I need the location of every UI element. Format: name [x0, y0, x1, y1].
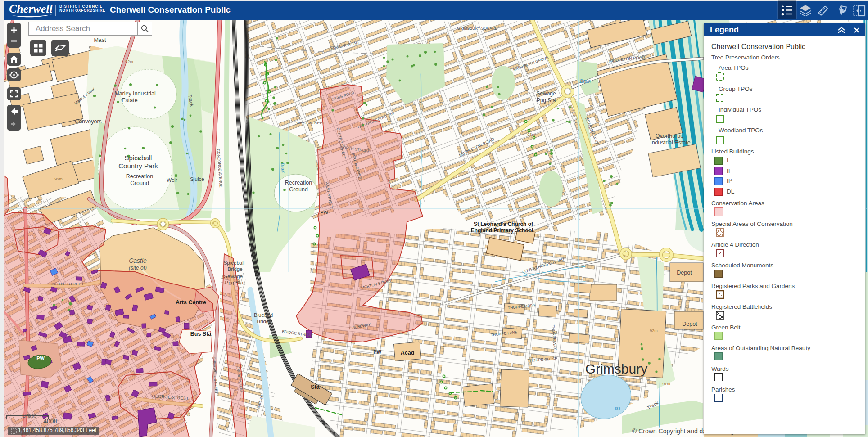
- svg-text:Bridge: Bridge: [257, 319, 271, 324]
- svg-text:Sewage: Sewage: [536, 90, 556, 97]
- svg-text:Weir: Weir: [167, 177, 177, 183]
- svg-text:Mast: Mast: [94, 37, 106, 43]
- svg-text:Depot: Depot: [682, 321, 697, 327]
- svg-text:Marley Industrial: Marley Industrial: [114, 90, 156, 97]
- svg-text:Depot: Depot: [677, 270, 692, 276]
- svg-text:Spiceball: Spiceball: [224, 260, 245, 266]
- svg-text:92m: 92m: [54, 177, 63, 181]
- svg-text:Industrial Estate: Industrial Estate: [650, 140, 691, 146]
- svg-text:Sta: Sta: [311, 384, 320, 390]
- svg-text:GRIMSBURY SQUARE: GRIMSBURY SQUARE: [457, 26, 497, 31]
- svg-text:Conveyors: Conveyors: [75, 118, 102, 125]
- svg-text:England Primary School: England Primary School: [471, 227, 533, 234]
- svg-text:92m: 92m: [125, 59, 133, 64]
- svg-text:Castle: Castle: [129, 257, 147, 264]
- svg-text:Recreation: Recreation: [126, 173, 153, 180]
- svg-text:St Leonard's Church of: St Leonard's Church of: [474, 221, 533, 227]
- svg-text:Ground: Ground: [130, 180, 149, 186]
- svg-text:92m: 92m: [650, 329, 658, 333]
- svg-text:Sluice: Sluice: [190, 176, 204, 182]
- svg-text:Sewage: Sewage: [224, 274, 243, 279]
- svg-text:Spiceball: Spiceball: [125, 154, 152, 162]
- svg-text:Overthorpe: Overthorpe: [656, 133, 684, 139]
- svg-text:Bus Sta: Bus Sta: [190, 331, 212, 337]
- svg-text:Drain: Drain: [280, 162, 286, 174]
- svg-text:WEST STREET: WEST STREET: [296, 121, 325, 125]
- svg-text:91m: 91m: [662, 382, 670, 386]
- svg-text:Arts Centre: Arts Centre: [176, 299, 206, 306]
- svg-text:Grimsbury: Grimsbury: [585, 361, 647, 376]
- svg-text:Iss: Iss: [615, 405, 620, 410]
- svg-text:93m: 93m: [527, 132, 535, 137]
- svg-text:Bluebird: Bluebird: [254, 312, 273, 318]
- svg-text:Country Park: Country Park: [118, 162, 158, 170]
- svg-text:Acad: Acad: [401, 350, 415, 356]
- svg-text:Drain: Drain: [580, 79, 591, 84]
- svg-text:Bridge: Bridge: [227, 266, 242, 272]
- svg-text:Estate: Estate: [122, 97, 137, 104]
- svg-text:PW: PW: [36, 356, 45, 361]
- svg-text:CASTLE STREET: CASTLE STREET: [49, 281, 84, 286]
- svg-text:Ppg Sta: Ppg Sta: [225, 280, 244, 285]
- svg-text:PW: PW: [320, 210, 328, 215]
- svg-text:Ppg Sta: Ppg Sta: [537, 97, 556, 104]
- svg-text:(site of): (site of): [129, 265, 147, 271]
- svg-text:Recreation: Recreation: [285, 180, 312, 186]
- svg-text:PW: PW: [373, 349, 381, 355]
- svg-text:Ground: Ground: [289, 186, 308, 193]
